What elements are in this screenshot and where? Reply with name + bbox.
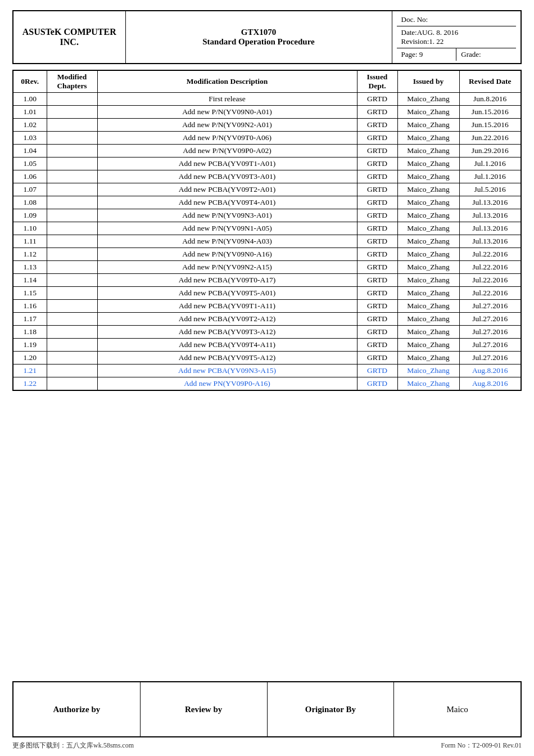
mod-cell <box>47 93 97 106</box>
originator-cell: Originator By <box>268 682 395 736</box>
mod-cell <box>47 300 97 313</box>
table-row: 1.14Add new PCBA(YV09T0-A17)GRTDMaico_Zh… <box>13 274 521 287</box>
table-row: 1.16Add new PCBA(YV09T1-A11)GRTDMaico_Zh… <box>13 300 521 313</box>
dept-cell: GRTD <box>357 326 397 339</box>
desc-cell: Add new PN(YV09P0-A16) <box>97 377 357 391</box>
issued-cell: Maico_Zhang <box>397 209 459 222</box>
issued-cell: Maico_Zhang <box>397 235 459 248</box>
desc-cell: Add new P/N(YV09N3-A01) <box>97 209 357 222</box>
table-row: 1.12Add new P/N(YV09N0-A16)GRTDMaico_Zha… <box>13 248 521 261</box>
revision-value: 1. 22 <box>429 37 444 46</box>
mod-cell <box>47 377 97 391</box>
desc-cell: Add new P/N(YV09T0-A06) <box>97 132 357 145</box>
dept-cell: GRTD <box>357 145 397 158</box>
table-row: 1.04Add new P/N(YV09P0-A02)GRTDMaico_Zha… <box>13 145 521 158</box>
mod-cell <box>47 261 97 274</box>
mod-cell <box>47 248 97 261</box>
doc-no-label: Doc. No: <box>401 15 428 24</box>
rev-cell: 1.08 <box>13 196 47 209</box>
document-title: GTX1070 Standard Operation Procedure <box>125 11 392 64</box>
date-cell: Jul.5.2016 <box>459 183 521 196</box>
issued-cell: Maico_Zhang <box>397 93 459 106</box>
issued-cell: Maico_Zhang <box>397 183 459 196</box>
date-cell: Jun.8.2016 <box>459 93 521 106</box>
rev-cell: 1.01 <box>13 106 47 119</box>
dept-cell: GRTD <box>357 300 397 313</box>
date-cell: Jul.22.2016 <box>459 248 521 261</box>
rev-cell: 1.11 <box>13 235 47 248</box>
mod-cell <box>47 209 97 222</box>
date-cell: Aug.8.2016 <box>459 364 521 377</box>
bottom-bar-left: 更多图纸下载到：五八文库wk.58sms.com <box>12 741 134 750</box>
dept-cell: GRTD <box>357 183 397 196</box>
issued-cell: Maico_Zhang <box>397 300 459 313</box>
table-row: 1.03Add new P/N(YV09T0-A06)GRTDMaico_Zha… <box>13 132 521 145</box>
date-cell: Jul.27.2016 <box>459 352 521 364</box>
mod-cell <box>47 364 97 377</box>
date-cell: Jul.1.2016 <box>459 158 521 170</box>
date-cell: Jul.27.2016 <box>459 313 521 326</box>
company-text: ASUSTeK COMPUTER INC. <box>22 27 116 47</box>
desc-cell: Add new PCBA(YV09T4-A01) <box>97 196 357 209</box>
col-header-desc: Modification Description <box>97 70 357 93</box>
col-header-dept: Issued Dept. <box>357 70 397 93</box>
rev-cell: 1.04 <box>13 145 47 158</box>
col-header-rev: 0Rev. <box>13 70 47 93</box>
mod-cell <box>47 287 97 300</box>
page-value: 9 <box>419 50 423 58</box>
table-row: 1.13Add new P/N(YV09N2-A15)GRTDMaico_Zha… <box>13 261 521 274</box>
dept-cell: GRTD <box>357 352 397 364</box>
page-cell: Page: 9 <box>397 48 457 61</box>
col-header-issued: Issued by <box>397 70 459 93</box>
col-header-mod: Modified Chapters <box>47 70 97 93</box>
date-label: Date: <box>401 28 417 37</box>
rev-cell: 1.13 <box>13 261 47 274</box>
table-row: 1.11Add new P/N(YV09N4-A03)GRTDMaico_Zha… <box>13 235 521 248</box>
dept-cell: GRTD <box>357 364 397 377</box>
date-cell: Jul.27.2016 <box>459 326 521 339</box>
rev-cell: 1.06 <box>13 170 47 183</box>
table-row: 1.18Add new PCBA(YV09T3-A12)GRTDMaico_Zh… <box>13 326 521 339</box>
issued-cell: Maico_Zhang <box>397 364 459 377</box>
dept-cell: GRTD <box>357 93 397 106</box>
desc-cell: Add new PCBA(YV09T3-A01) <box>97 170 357 183</box>
mod-cell <box>47 339 97 352</box>
desc-cell: Add new PCBA(YV09N3-A15) <box>97 364 357 377</box>
table-row: 1.05Add new PCBA(YV09T1-A01)GRTDMaico_Zh… <box>13 158 521 170</box>
date-cell: Jul.22.2016 <box>459 287 521 300</box>
rev-cell: 1.02 <box>13 119 47 132</box>
desc-cell: Add new P/N(YV09N0-A01) <box>97 106 357 119</box>
mod-cell <box>47 326 97 339</box>
grade-label: Grade: <box>461 50 481 58</box>
desc-cell: Add new PCBA(YV09T4-A11) <box>97 339 357 352</box>
date-value: AUG. 8. 2016 <box>417 28 459 37</box>
table-row: 1.15Add new PCBA(YV09T5-A01)GRTDMaico_Zh… <box>13 287 521 300</box>
doc-no-row: Doc. No: <box>397 14 517 26</box>
rev-cell: 1.16 <box>13 300 47 313</box>
title-line1: GTX1070 <box>241 28 277 37</box>
desc-cell: Add new P/N(YV09N0-A16) <box>97 248 357 261</box>
date-cell: Jun.15.2016 <box>459 119 521 132</box>
dept-cell: GRTD <box>357 287 397 300</box>
rev-cell: 1.17 <box>13 313 47 326</box>
table-row: 1.06Add new PCBA(YV09T3-A01)GRTDMaico_Zh… <box>13 170 521 183</box>
date-cell: Aug.8.2016 <box>459 377 521 391</box>
date-cell: Jul.22.2016 <box>459 274 521 287</box>
date-cell: Jun.22.2016 <box>459 132 521 145</box>
dept-cell: GRTD <box>357 248 397 261</box>
issued-cell: Maico_Zhang <box>397 274 459 287</box>
rev-cell: 1.10 <box>13 222 47 235</box>
date-cell: Jul.27.2016 <box>459 339 521 352</box>
date-cell: Jun.29.2016 <box>459 145 521 158</box>
issued-cell: Maico_Zhang <box>397 287 459 300</box>
company-name: ASUSTeK COMPUTER INC. <box>13 11 125 64</box>
desc-cell: Add new PCBA(YV09T3-A12) <box>97 326 357 339</box>
rev-cell: 1.20 <box>13 352 47 364</box>
title-line2: Standard Operation Procedure <box>202 37 314 46</box>
review-by-cell: Review by <box>141 682 268 736</box>
issued-cell: Maico_Zhang <box>397 132 459 145</box>
rev-cell: 1.18 <box>13 326 47 339</box>
issued-cell: Maico_Zhang <box>397 248 459 261</box>
rev-cell: 1.03 <box>13 132 47 145</box>
rev-cell: 1.12 <box>13 248 47 261</box>
